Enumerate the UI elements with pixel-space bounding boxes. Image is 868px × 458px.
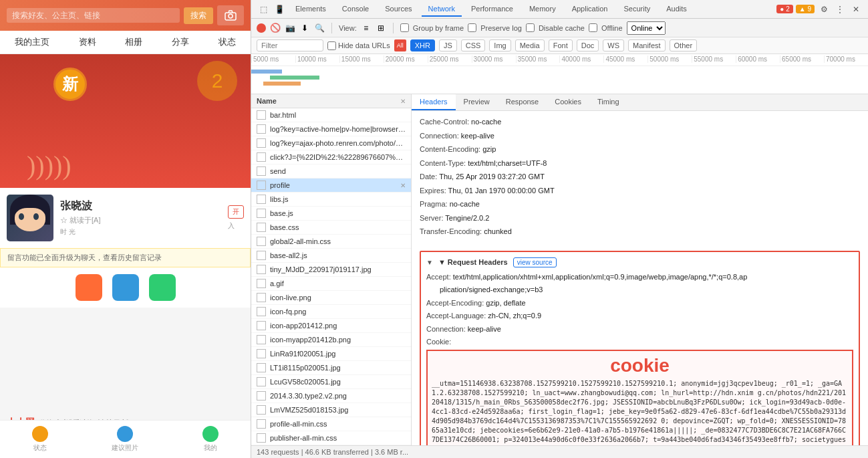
all-filter-badge[interactable]: All: [394, 39, 406, 51]
nav-bar: 我的主页 资料 相册 分享 状态: [0, 31, 251, 54]
nav-home[interactable]: 我的主页: [8, 36, 56, 48]
close-devtools-icon[interactable]: ✕: [849, 3, 863, 16]
file-item[interactable]: log?key=ajax-photo.renren.com/photo/d...: [251, 136, 411, 150]
tab-application[interactable]: Application: [565, 2, 615, 17]
search-network-icon[interactable]: 🔍: [314, 23, 325, 33]
camera-network-icon[interactable]: 📷: [285, 23, 295, 33]
filter-css[interactable]: CSS: [461, 39, 486, 51]
app-icon-3[interactable]: [149, 274, 176, 301]
tab-sources[interactable]: Sources: [378, 2, 418, 17]
file-item[interactable]: profile-all-min.css: [251, 417, 411, 431]
header-name: Date:: [420, 173, 437, 181]
view-source-button[interactable]: view source: [513, 257, 557, 267]
preserve-log-checkbox[interactable]: [468, 23, 476, 32]
close-icon[interactable]: ✕: [400, 182, 406, 189]
network-throttle-select[interactable]: Online: [627, 21, 666, 35]
file-icon: [257, 321, 266, 330]
bottom-nav-status[interactable]: 状态: [32, 426, 48, 453]
file-item[interactable]: publisher-all-min.css: [251, 431, 411, 445]
device-icon[interactable]: 📱: [273, 3, 286, 16]
tick-12: 65000 ms: [780, 55, 824, 63]
group-by-frame-checkbox[interactable]: [400, 23, 409, 32]
filter-js[interactable]: JS: [439, 39, 457, 51]
offline-checkbox[interactable]: [589, 23, 597, 32]
file-item[interactable]: global2-all-min.css: [251, 235, 411, 249]
open-profile-btn[interactable]: 开: [228, 205, 244, 219]
clear-button[interactable]: 🚫: [270, 23, 281, 33]
nav-status[interactable]: 状态: [212, 36, 243, 48]
search-input[interactable]: [7, 8, 180, 23]
app-icon-1[interactable]: [76, 274, 102, 301]
filter-other[interactable]: Other: [670, 39, 698, 51]
search-button[interactable]: 搜索: [184, 7, 213, 24]
bottom-nav-photo[interactable]: 建议照片: [112, 426, 138, 453]
file-item[interactable]: base.css: [251, 221, 411, 235]
filter-ws[interactable]: WS: [603, 39, 624, 51]
nav-share[interactable]: 分享: [165, 36, 196, 48]
tab-security[interactable]: Security: [617, 2, 657, 17]
file-item[interactable]: profile ✕: [251, 179, 411, 193]
toggle-icon[interactable]: ▼: [426, 259, 433, 266]
decorative-lanterns: ))))): [27, 150, 71, 181]
file-item[interactable]: icon-fq.png: [251, 305, 411, 319]
filter-font[interactable]: Font: [549, 39, 573, 51]
tab-console[interactable]: Console: [335, 2, 376, 17]
tab-performance[interactable]: Performance: [464, 2, 520, 17]
tab-memory[interactable]: Memory: [523, 2, 563, 17]
filter-input[interactable]: [257, 39, 323, 51]
file-item[interactable]: icon-myapp201412b.png: [251, 333, 411, 347]
hide-data-urls-checkbox[interactable]: [327, 41, 336, 50]
file-item[interactable]: log?key=active-home|pv-home|browser-...: [251, 122, 411, 136]
detail-tab-cookies[interactable]: Cookies: [547, 94, 589, 110]
file-item[interactable]: base-all2.js: [251, 249, 411, 263]
file-item[interactable]: icon-app201412.png: [251, 319, 411, 333]
app-icon-2[interactable]: [112, 274, 139, 301]
filter-network-icon[interactable]: ⬇: [299, 23, 310, 33]
filter-doc[interactable]: Doc: [577, 39, 599, 51]
file-item[interactable]: click?J={%22ID%22:%22289676607%2...: [251, 150, 411, 164]
view-grid-icon[interactable]: ⊞: [376, 23, 386, 33]
request-headers-section: ▼ ▼ Request Headers view source Accept: …: [420, 251, 860, 446]
separator-1: [331, 23, 332, 33]
settings-icon[interactable]: ⚙: [817, 3, 831, 16]
detail-tab-timing[interactable]: Timing: [589, 94, 627, 110]
file-item[interactable]: LmVMZ525d018153.jpg: [251, 403, 411, 417]
header-value: chunked: [484, 227, 512, 235]
file-item[interactable]: bar.html: [251, 108, 411, 122]
view-list-icon[interactable]: ≡: [361, 23, 372, 33]
filter-img[interactable]: Img: [489, 39, 511, 51]
tab-audits[interactable]: Audits: [660, 2, 694, 17]
file-item[interactable]: send: [251, 164, 411, 179]
file-item[interactable]: LcuGV58c020051.jpg: [251, 375, 411, 389]
file-item[interactable]: LinRa91f020051.jpg: [251, 347, 411, 361]
filter-media[interactable]: Media: [515, 39, 545, 51]
inspect-icon[interactable]: ⬚: [257, 3, 270, 16]
detail-tab-preview[interactable]: Preview: [456, 94, 498, 110]
camera-icon[interactable]: [217, 5, 244, 25]
filter-xhr[interactable]: XHR: [410, 39, 435, 51]
filter-manifest[interactable]: Manifest: [628, 39, 666, 51]
file-item[interactable]: libs.js: [251, 193, 411, 207]
file-item[interactable]: base.js: [251, 207, 411, 221]
nav-album[interactable]: 相册: [118, 36, 149, 48]
nav-profile[interactable]: 资料: [72, 36, 103, 48]
tick-0: 5000 ms: [251, 55, 295, 63]
file-icon: [257, 307, 266, 316]
file-item[interactable]: 2014.3.30.type2.v2.png: [251, 389, 411, 403]
more-options-icon[interactable]: ⋮: [833, 3, 847, 16]
svg-point-1: [229, 14, 233, 18]
file-item[interactable]: LT1i8115p020051.jpg: [251, 361, 411, 375]
file-icon: [257, 223, 266, 232]
bottom-nav-my[interactable]: 我的: [202, 426, 219, 453]
file-item[interactable]: tiny_MJdD_220917j019117.jpg: [251, 263, 411, 277]
record-button[interactable]: [257, 23, 266, 33]
header-value: gzip: [482, 145, 496, 153]
detail-tab-response[interactable]: Response: [498, 94, 547, 110]
request-headers-items: Accept: text/html,application/xhtml+xml,…: [426, 271, 853, 335]
file-item[interactable]: a.gif: [251, 277, 411, 291]
tab-network[interactable]: Network: [422, 2, 462, 17]
disable-cache-checkbox[interactable]: [526, 23, 535, 32]
detail-tab-headers[interactable]: Headers: [412, 94, 456, 110]
tab-elements[interactable]: Elements: [289, 2, 333, 17]
file-item[interactable]: icon-live.png: [251, 291, 411, 305]
